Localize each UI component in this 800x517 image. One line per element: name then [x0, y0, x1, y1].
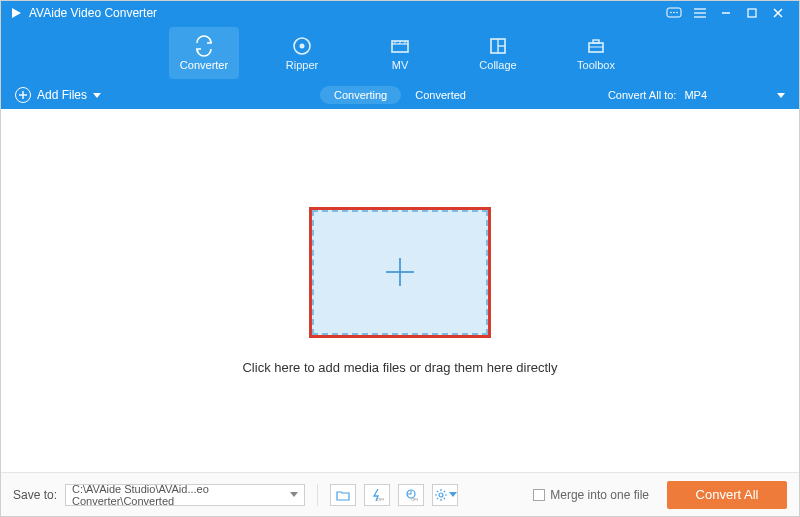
convert-all-to: Convert All to: MP4	[608, 89, 785, 101]
convert-all-button[interactable]: Convert All	[667, 481, 787, 509]
chevron-down-icon	[93, 93, 101, 98]
nav-label: Collage	[479, 59, 516, 71]
feedback-icon[interactable]	[661, 1, 687, 25]
output-format-value: MP4	[684, 89, 707, 101]
svg-text:OFF: OFF	[411, 497, 418, 502]
chevron-down-icon	[777, 93, 785, 98]
nav-label: Toolbox	[577, 59, 615, 71]
plus-icon	[378, 250, 422, 294]
settings-button[interactable]	[432, 484, 458, 506]
nav-label: Ripper	[286, 59, 318, 71]
checkbox-icon	[533, 489, 545, 501]
output-format-select[interactable]: MP4	[684, 89, 785, 101]
nav-label: Converter	[180, 59, 228, 71]
svg-point-32	[439, 493, 443, 497]
save-to-label: Save to:	[13, 488, 57, 502]
add-files-label: Add Files	[37, 88, 87, 102]
svg-text:OFF: OFF	[377, 497, 384, 502]
nav-collage[interactable]: Collage	[463, 27, 533, 79]
convert-all-to-label: Convert All to:	[608, 89, 676, 101]
plus-circle-icon	[15, 87, 31, 103]
toolbox-icon	[585, 35, 607, 57]
nav-label: MV	[392, 59, 409, 71]
svg-point-2	[670, 12, 672, 14]
high-speed-button[interactable]: OFF	[398, 484, 424, 506]
highlight-frame	[309, 207, 491, 338]
svg-point-13	[300, 44, 305, 49]
nav-ripper[interactable]: Ripper	[267, 27, 337, 79]
svg-point-3	[673, 12, 675, 14]
main-nav: Converter Ripper MV Collage Toolbox	[1, 25, 799, 81]
dropzone-hint: Click here to add media files or drag th…	[242, 360, 557, 375]
chevron-down-icon	[449, 492, 457, 497]
ripper-icon	[291, 35, 313, 57]
titlebar: AVAide Video Converter	[1, 1, 799, 25]
dropzone[interactable]	[312, 210, 488, 335]
svg-rect-23	[593, 40, 599, 43]
add-files-button[interactable]: Add Files	[15, 87, 101, 103]
save-path-value: C:\AVAide Studio\AVAid...eo Converter\Co…	[72, 483, 290, 507]
converter-icon	[193, 35, 215, 57]
hw-accel-button[interactable]: OFF	[364, 484, 390, 506]
menu-icon[interactable]	[687, 1, 713, 25]
app-window: AVAide Video Converter Converter	[0, 0, 800, 517]
tab-converting[interactable]: Converting	[320, 86, 401, 104]
minimize-button[interactable]	[713, 1, 739, 25]
merge-label: Merge into one file	[550, 488, 649, 502]
main-area: Click here to add media files or drag th…	[1, 109, 799, 472]
nav-mv[interactable]: MV	[365, 27, 435, 79]
open-folder-button[interactable]	[330, 484, 356, 506]
maximize-button[interactable]	[739, 1, 765, 25]
svg-line-39	[443, 491, 444, 492]
bottom-bar: Save to: C:\AVAide Studio\AVAid...eo Con…	[1, 472, 799, 516]
chevron-down-icon	[290, 492, 298, 497]
app-title: AVAide Video Converter	[29, 6, 661, 20]
toolbar: Add Files Converting Converted Convert A…	[1, 81, 799, 109]
status-tabs: Converting Converted	[320, 86, 480, 104]
svg-line-40	[437, 497, 438, 498]
nav-toolbox[interactable]: Toolbox	[561, 27, 631, 79]
divider	[317, 484, 318, 506]
mv-icon	[389, 35, 411, 57]
app-logo-icon	[9, 6, 23, 20]
svg-line-37	[437, 491, 438, 492]
svg-marker-0	[12, 8, 21, 18]
nav-converter[interactable]: Converter	[169, 27, 239, 79]
svg-rect-9	[748, 9, 756, 17]
tab-converted[interactable]: Converted	[401, 86, 480, 104]
save-path-select[interactable]: C:\AVAide Studio\AVAid...eo Converter\Co…	[65, 484, 305, 506]
merge-checkbox[interactable]: Merge into one file	[533, 488, 649, 502]
close-button[interactable]	[765, 1, 791, 25]
svg-point-4	[676, 12, 678, 14]
collage-icon	[487, 35, 509, 57]
svg-line-38	[443, 497, 444, 498]
